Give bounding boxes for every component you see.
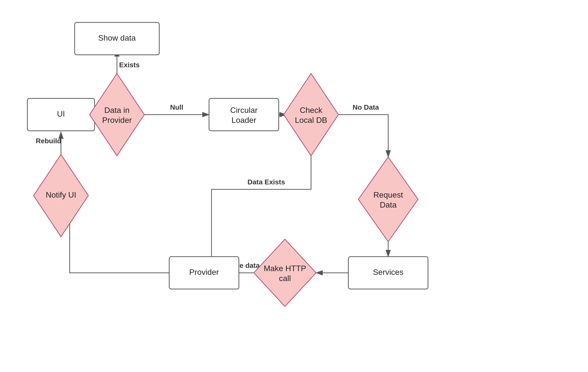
request-data-label1: Request (373, 190, 403, 199)
check-local-db-label2: Local DB (295, 116, 327, 125)
data-in-provider-label2: Provider (102, 116, 132, 125)
make-http-label2: call (279, 274, 291, 283)
node-circular-loader: Circular Loader (209, 98, 279, 131)
provider-label: Provider (189, 268, 219, 277)
request-data-label2: Data (380, 200, 397, 209)
edge-localdb-to-provider-dataexists (212, 140, 311, 264)
edge-localdb-to-request (338, 115, 388, 157)
node-show-data: Show data (75, 22, 159, 55)
check-local-db-label1: Check (300, 106, 323, 115)
label-dataexists: Data Exists (248, 178, 285, 186)
show-data-label: Show data (98, 33, 136, 42)
node-check-local-db: Check Local DB (284, 74, 338, 156)
node-request-data: Request Data (358, 157, 418, 242)
diagram-container: Exists Null No Data Store data Data Exis… (0, 0, 588, 372)
notify-ui-label: Notify UI (46, 190, 76, 199)
circular-loader-label2: Loader (231, 116, 256, 125)
node-ui: UI (27, 98, 95, 131)
node-services: Services (348, 257, 428, 289)
make-http-label1: Make HTTP (264, 264, 306, 273)
circular-loader-label1: Circular (230, 106, 258, 115)
node-notify-ui: Notify UI (34, 154, 88, 237)
ui-label: UI (57, 109, 65, 118)
node-provider: Provider (169, 257, 239, 289)
label-exists: Exists (119, 61, 140, 69)
node-make-http: Make HTTP call (254, 239, 316, 306)
services-label: Services (373, 268, 404, 277)
data-in-provider-label1: Data in (104, 106, 129, 115)
flowchart-svg: Exists Null No Data Store data Data Exis… (0, 0, 588, 372)
label-nodata: No Data (353, 103, 379, 111)
node-data-in-provider: Data in Provider (90, 74, 144, 156)
label-rebuild: Rebuild (36, 137, 61, 145)
label-null: Null (170, 103, 183, 111)
